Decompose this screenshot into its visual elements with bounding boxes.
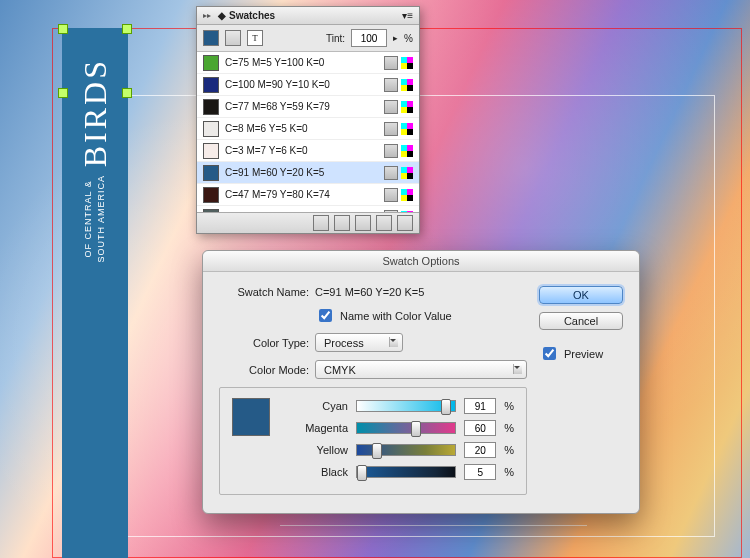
- swatch-name: C=91 M=60 Y=20 K=5: [225, 167, 378, 178]
- process-icon: [384, 100, 398, 114]
- swatch-color-chip: [203, 209, 219, 213]
- swatch-name-value: C=91 M=60 Y=20 K=5: [315, 286, 424, 298]
- object-formatting-icon[interactable]: [225, 30, 241, 46]
- slider-knob[interactable]: [357, 465, 367, 481]
- black-value-input[interactable]: [464, 464, 496, 480]
- dialog-title[interactable]: Swatch Options: [203, 251, 639, 272]
- swatch-item[interactable]: C=8 M=6 Y=5 K=0: [197, 118, 419, 140]
- swatch-list[interactable]: C=75 M=5 Y=100 K=0C=100 M=90 Y=10 K=0C=7…: [197, 52, 419, 212]
- swatch-name: C=47 M=79 Y=80 K=74: [225, 189, 378, 200]
- preview-input[interactable]: [543, 347, 556, 360]
- process-icon: [384, 144, 398, 158]
- cmyk-icon: [401, 79, 413, 91]
- swatches-panel[interactable]: ▸▸ ◆ Swatches ▾≡ T Tint: ▸ % C=75 M=5 Y=…: [196, 6, 420, 234]
- swatch-name: C=77 M=68 Y=59 K=79: [225, 101, 378, 112]
- swatch-item[interactable]: C=100 M=90 Y=10 K=0: [197, 74, 419, 96]
- color-preview-swatch: [232, 398, 270, 436]
- cmyk-icon: [401, 211, 413, 213]
- swatch-item[interactable]: C=47 M=79 Y=80 K=74: [197, 184, 419, 206]
- name-with-value-checkbox[interactable]: Name with Color Value: [315, 306, 452, 325]
- collapse-chevrons-icon[interactable]: ▸▸: [203, 13, 211, 19]
- delete-swatch-icon[interactable]: [397, 215, 413, 231]
- swatches-toolbar: T Tint: ▸ %: [197, 25, 419, 52]
- tint-input[interactable]: [351, 29, 387, 47]
- cmyk-icon: [401, 167, 413, 179]
- swatch-name-label: Swatch Name:: [219, 286, 309, 298]
- slider-knob[interactable]: [441, 399, 451, 415]
- yellow-value-input[interactable]: [464, 442, 496, 458]
- swatch-color-chip: [203, 165, 219, 181]
- swatch-color-chip: [203, 143, 219, 159]
- slider-knob[interactable]: [372, 443, 382, 459]
- process-icon: [384, 56, 398, 70]
- swatch-color-chip: [203, 99, 219, 115]
- show-gradient-swatches-icon[interactable]: [355, 215, 371, 231]
- cyan-value-input[interactable]: [464, 398, 496, 414]
- color-type-select[interactable]: Process: [315, 333, 403, 352]
- swatch-color-chip: [203, 77, 219, 93]
- process-icon: [384, 166, 398, 180]
- name-with-value-input[interactable]: [319, 309, 332, 322]
- fill-swatch-icon[interactable]: [203, 30, 219, 46]
- cmyk-icon: [401, 101, 413, 113]
- new-swatch-icon[interactable]: [376, 215, 392, 231]
- slider-knob[interactable]: [411, 421, 421, 437]
- process-icon: [384, 210, 398, 213]
- swatch-item[interactable]: C=75 M=5 Y=100 K=0: [197, 52, 419, 74]
- process-icon: [384, 78, 398, 92]
- swatch-item[interactable]: C=91 M=60 Y=20 K=5: [197, 162, 419, 184]
- color-mode-label: Color Mode:: [219, 364, 309, 376]
- swatch-name: C=66 M=44 Y=46 K=31: [225, 211, 378, 212]
- swatch-options-dialog[interactable]: Swatch Options Swatch Name: C=91 M=60 Y=…: [202, 250, 640, 514]
- tint-label: Tint:: [326, 33, 345, 44]
- panel-footer: [197, 212, 419, 233]
- show-color-swatches-icon[interactable]: [334, 215, 350, 231]
- swatch-name: C=100 M=90 Y=10 K=0: [225, 79, 378, 90]
- preview-checkbox[interactable]: Preview: [539, 344, 623, 363]
- swatch-name: C=75 M=5 Y=100 K=0: [225, 57, 378, 68]
- swatch-name: C=3 M=7 Y=6 K=0: [225, 145, 378, 156]
- yellow-slider[interactable]: [356, 444, 456, 456]
- swatch-color-chip: [203, 121, 219, 137]
- process-icon: [384, 122, 398, 136]
- cyan-slider[interactable]: [356, 400, 456, 412]
- spine-subtitle: OF CENTRAL &SOUTH AMERICA: [82, 175, 107, 263]
- swatch-name: C=8 M=6 Y=5 K=0: [225, 123, 378, 134]
- selection-handle[interactable]: [122, 88, 132, 98]
- swatches-tab[interactable]: ◆ Swatches: [218, 10, 275, 21]
- magenta-value-input[interactable]: [464, 420, 496, 436]
- color-mode-select[interactable]: CMYK: [315, 360, 527, 379]
- black-slider[interactable]: [356, 466, 456, 478]
- color-type-label: Color Type:: [219, 337, 309, 349]
- panel-menu-icon[interactable]: ▾≡: [402, 10, 413, 21]
- selection-handle[interactable]: [58, 24, 68, 34]
- cmyk-icon: [401, 189, 413, 201]
- cmyk-icon: [401, 145, 413, 157]
- swatch-color-chip: [203, 187, 219, 203]
- ok-button[interactable]: OK: [539, 286, 623, 304]
- selection-handle[interactable]: [58, 88, 68, 98]
- show-all-swatches-icon[interactable]: [313, 215, 329, 231]
- swatch-color-chip: [203, 55, 219, 71]
- swatch-item[interactable]: C=77 M=68 Y=59 K=79: [197, 96, 419, 118]
- tint-stepper-icon[interactable]: ▸: [393, 33, 398, 43]
- swatch-item[interactable]: C=3 M=7 Y=6 K=0: [197, 140, 419, 162]
- book-spine[interactable]: BIRDS OF CENTRAL &SOUTH AMERICA: [62, 28, 128, 558]
- cmyk-icon: [401, 123, 413, 135]
- selection-handle[interactable]: [122, 24, 132, 34]
- cmyk-sliders-group: Cyan % Magenta % Yellow %: [219, 387, 527, 495]
- cmyk-icon: [401, 57, 413, 69]
- process-icon: [384, 188, 398, 202]
- magenta-slider[interactable]: [356, 422, 456, 434]
- spine-title: BIRDS: [77, 58, 114, 167]
- panel-titlebar[interactable]: ▸▸ ◆ Swatches ▾≡: [197, 7, 419, 25]
- cancel-button[interactable]: Cancel: [539, 312, 623, 330]
- swatch-item[interactable]: C=66 M=44 Y=46 K=31: [197, 206, 419, 212]
